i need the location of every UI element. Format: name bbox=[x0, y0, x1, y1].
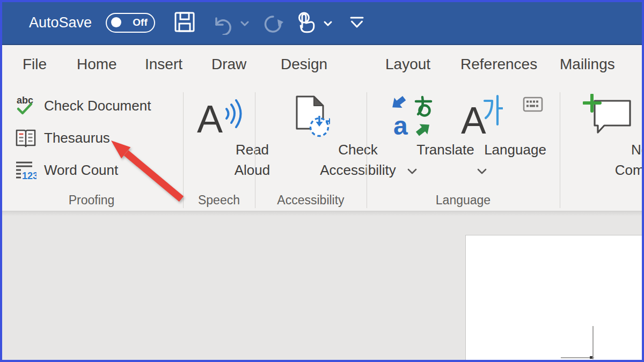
thesaurus-label: Thesaurus bbox=[44, 130, 110, 146]
undo-dropdown-button[interactable] bbox=[240, 20, 250, 29]
chevron-down-icon bbox=[323, 20, 333, 27]
autosave-state: Off bbox=[128, 17, 152, 28]
chevron-down-icon bbox=[406, 168, 418, 175]
touch-mouse-mode-button[interactable] bbox=[293, 11, 318, 37]
svg-text:123: 123 bbox=[22, 171, 36, 181]
check-document-icon: abc bbox=[14, 94, 36, 117]
new-comment-button[interactable]: New Comment bbox=[572, 90, 644, 203]
toggle-knob-icon bbox=[111, 17, 121, 27]
word-count-button[interactable]: 123 Word Count bbox=[14, 158, 118, 182]
group-divider bbox=[183, 92, 184, 208]
tab-home[interactable]: Home bbox=[77, 56, 117, 73]
check-document-label: Check Document bbox=[44, 98, 151, 114]
customize-quick-access-toolbar-button[interactable] bbox=[349, 15, 365, 32]
customize-quick-access-icon bbox=[349, 15, 365, 30]
check-accessibility-icon bbox=[291, 94, 330, 140]
touch-mode-icon bbox=[293, 11, 318, 35]
accessibility-group-label: Accessibility bbox=[255, 193, 367, 208]
chevron-down-icon bbox=[476, 168, 488, 175]
language-group-label: Language bbox=[367, 193, 560, 208]
svg-text:A: A bbox=[461, 100, 486, 140]
tab-draw[interactable]: Draw bbox=[211, 56, 246, 73]
document-page[interactable] bbox=[465, 235, 644, 362]
new-comment-icon bbox=[583, 94, 634, 139]
margin-crop-mark-horizontal bbox=[561, 357, 594, 358]
save-button[interactable] bbox=[173, 10, 196, 35]
redo-icon bbox=[261, 13, 283, 35]
margin-crop-mark-corner bbox=[590, 356, 592, 359]
document-area bbox=[0, 211, 644, 362]
tab-design[interactable]: Design bbox=[281, 56, 327, 73]
word-count-label: Word Count bbox=[44, 162, 118, 179]
check-accessibility-button[interactable]: Check Accessibility bbox=[264, 90, 358, 203]
tab-file[interactable]: File bbox=[23, 56, 47, 73]
redo-button[interactable] bbox=[261, 13, 283, 37]
margin-crop-mark-vertical bbox=[592, 326, 594, 359]
undo-button[interactable] bbox=[211, 13, 232, 36]
check-document-button[interactable]: abc Check Document bbox=[14, 93, 151, 118]
word-count-icon: 123 bbox=[14, 159, 36, 181]
tab-layout[interactable]: Layout bbox=[385, 56, 430, 73]
autosave-label: AutoSave bbox=[29, 14, 92, 31]
keyboard-icon bbox=[523, 96, 543, 115]
translate-icon: a bbox=[389, 94, 435, 140]
read-aloud-icon: A bbox=[196, 94, 242, 140]
group-divider bbox=[367, 92, 367, 208]
undo-icon bbox=[211, 13, 232, 35]
save-icon bbox=[173, 10, 196, 34]
ribbon-tab-row: File Home Insert Draw Design Layout Refe… bbox=[0, 44, 644, 87]
autosave-toggle[interactable]: Off bbox=[106, 13, 155, 33]
tab-insert[interactable]: Insert bbox=[145, 56, 182, 73]
group-divider bbox=[255, 92, 255, 208]
proofing-group-label: Proofing bbox=[0, 193, 183, 208]
touch-mode-dropdown-button[interactable] bbox=[323, 20, 333, 29]
new-comment-label-line1: New bbox=[609, 142, 644, 158]
speech-group-label: Speech bbox=[183, 193, 255, 208]
group-divider bbox=[560, 92, 560, 208]
tab-references[interactable]: References bbox=[460, 56, 537, 73]
svg-text:a: a bbox=[393, 112, 408, 140]
ribbon-review-contents: abc Check Document Thesaurus 123 Word Co… bbox=[0, 87, 644, 211]
language-label: Language bbox=[482, 142, 548, 158]
word-app-window: AutoSave Off bbox=[0, 0, 644, 362]
tab-mailings[interactable]: Mailings bbox=[560, 56, 615, 73]
thesaurus-button[interactable]: Thesaurus bbox=[14, 125, 110, 150]
read-aloud-button[interactable]: A Read Aloud bbox=[186, 90, 252, 203]
thesaurus-book-icon bbox=[14, 127, 36, 149]
language-icon: A bbox=[461, 94, 503, 140]
language-button[interactable]: A Language bbox=[449, 90, 515, 203]
new-comment-label-line2: Comment bbox=[609, 162, 644, 179]
chevron-down-icon bbox=[240, 20, 250, 27]
svg-text:A: A bbox=[197, 98, 223, 140]
translate-button[interactable]: a Translate bbox=[379, 90, 445, 203]
title-bar: AutoSave Off bbox=[0, 0, 644, 44]
